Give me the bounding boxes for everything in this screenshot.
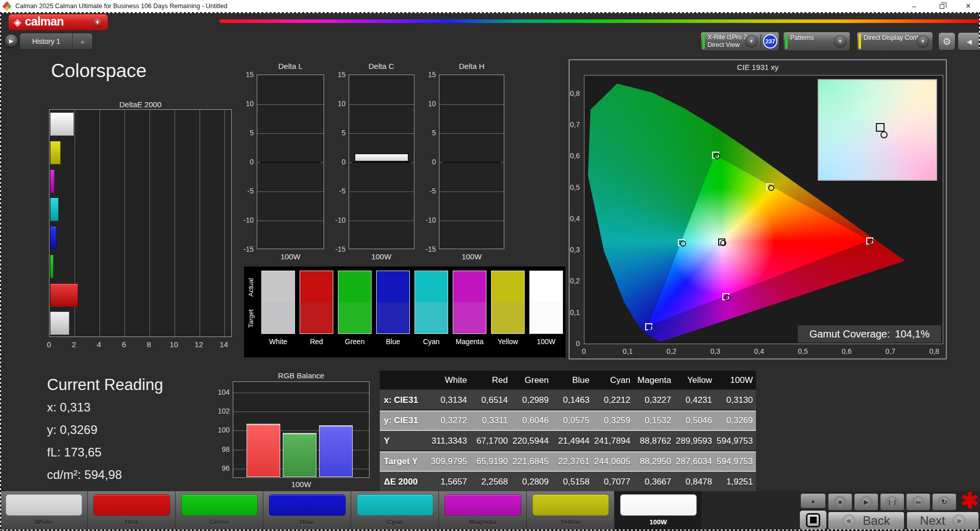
pattern-button-blue[interactable]: Blue [263,491,351,531]
patterns-dropdown[interactable]: Patterns ▼ [783,32,850,51]
swatch-label: Red [310,337,323,346]
target-swatch [262,302,295,333]
gridline [349,191,414,192]
axis-tick-label: 0,6 [842,347,851,355]
chevron-down-icon: ▼ [745,35,758,48]
pattern-button-100w[interactable]: 100W [615,491,702,531]
tab-history-1[interactable]: History 1 [20,33,72,50]
swatch-column: Red [300,271,333,346]
table-cell: 0,7077 [593,477,633,487]
meter-count-badge[interactable]: 237 [763,34,777,49]
axis-tick-label: -5 [430,187,436,195]
display-control-dropdown[interactable]: Direct Display Control ▼ [856,32,933,51]
settings-button[interactable]: ⚙ [938,32,955,51]
white-point-target-marker [876,123,885,132]
axis-tick-label: 96 [222,464,230,472]
table-cell: 0,4231 [674,395,715,405]
table-cell: 21,4944 [552,436,593,446]
swatch-blue [376,271,410,334]
swatch-magenta [453,271,486,334]
pattern-chip [269,494,346,516]
table-cell: 0,3311 [470,416,511,426]
table-cell: 0,5158 [552,477,593,487]
back-button[interactable]: « Back [828,512,904,530]
read-series-button[interactable]: [··] [880,493,904,511]
actual-swatch [377,271,409,302]
chevron-down-icon: ▼ [916,35,929,48]
axis-tick-label: 0,3 [570,246,580,254]
axis-tick-label: 8 [147,340,151,349]
table-cell: 0,5046 [674,416,715,426]
table-cell: 0,0575 [552,416,593,426]
actual-swatch [300,271,333,302]
read-continuous-button[interactable]: ∞ [906,493,930,511]
meter-dropdown[interactable]: X-Rite i1Pro 2Direct View ▼ 237 [700,32,779,51]
calman-menu-button[interactable]: ◈ calman ▼ [8,14,108,31]
restore-icon[interactable] [930,0,953,12]
calman-diamond-icon: ◈ [14,17,21,27]
meter-label: X-Rite i1Pro 2Direct View [707,34,747,49]
pattern-chip [93,494,170,516]
gridline [175,110,175,336]
page-title: Colorspace [51,60,146,82]
minimize-icon[interactable]: – [902,0,926,12]
pattern-label: Blue [263,518,351,526]
pattern-button-yellow[interactable]: Yellow [527,491,615,531]
app-icon [3,2,11,10]
table-cell: 1,5657 [429,477,470,487]
pattern-button-cyan[interactable]: Cyan [351,491,439,531]
expand-panel-button[interactable]: ▲ [800,493,826,509]
pattern-chip [6,494,82,516]
rgb-bar-blue [319,425,353,477]
pattern-chip [181,494,258,516]
delta-l-title: Delta L [278,62,303,70]
pattern-button-white[interactable]: White [0,491,88,531]
close-icon[interactable]: × [957,0,980,12]
table-cell: 0,1463 [552,395,593,405]
swatch-green [338,271,372,334]
axis-tick-label: 0,8 [570,89,580,98]
collapse-panel-button[interactable]: ◀ [958,32,980,51]
next-button[interactable]: Next » [906,512,979,530]
pattern-window-mode-button[interactable] [799,510,827,530]
continuous-icon: ∞ [912,496,924,508]
table-cell: 287,6034 [674,456,715,467]
axis-tick-label: 98 [222,445,230,453]
table-row: Target Y309,979565,9190221,684522,376124… [380,451,756,472]
swatch-column: White [261,271,295,346]
stop-button[interactable]: ■ [828,493,852,511]
delta-h-chart: 151050-5-10-15 [439,75,504,249]
pattern-button-magenta[interactable]: Magenta [439,491,527,531]
pattern-button-red[interactable]: Red [88,491,176,531]
add-tab-button[interactable]: + [73,33,92,50]
alert-asterisk-icon: ✱ [961,488,978,513]
red-actual-marker [868,239,874,245]
pattern-button-green[interactable]: Green [176,491,263,531]
axis-tick-label: 15 [246,70,254,79]
gear-icon: ⚙ [942,36,951,47]
table-cell: 65,9190 [470,456,511,467]
swatch-cyan [414,271,448,334]
table-cell: 244,0605 [593,456,633,467]
deltae-bar-green [50,255,54,278]
axis-tick-label: 0 [47,340,51,349]
current-reading-title: Current Reading [47,376,163,394]
current-reading-fl: fL: 173,65 [47,445,102,460]
layout-nav-button[interactable]: ▶ [4,34,18,48]
gridline [349,221,414,221]
target-swatch [415,302,448,333]
table-cell: 0,2212 [593,395,633,405]
play-button[interactable]: ▶ [854,493,878,511]
yellow-actual-marker [768,185,774,191]
loop-button[interactable]: ↻ [932,493,957,511]
gridline [439,191,504,192]
column-header: Yellow [674,375,715,385]
table-cell: 311,3343 [429,436,470,446]
zero-line [352,162,411,163]
axis-tick-label: 0,7 [570,120,580,129]
table-cell: 221,6845 [511,456,552,467]
actual-swatch [262,271,295,302]
column-header: Blue [552,375,593,385]
deltae-bar-100w [50,112,74,136]
axis-tick-label: 0,2 [570,277,580,285]
